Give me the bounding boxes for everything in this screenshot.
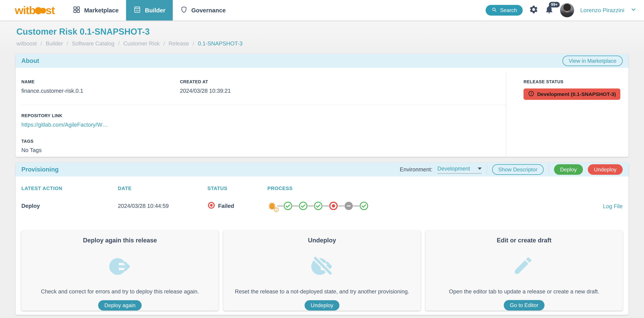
created-at-field: CREATED AT 2024/03/28 10:39:21: [180, 79, 506, 94]
provisioning-header: Provisioning Environment: Development Sh…: [16, 163, 628, 177]
col-header-latest-action: LATEST ACTION: [21, 186, 118, 191]
go-to-editor-button[interactable]: Go to Editor: [504, 300, 544, 310]
gear-icon: [529, 5, 538, 16]
witboost-logo[interactable]: witbst: [0, 0, 65, 21]
tab-governance[interactable]: Governance: [173, 0, 233, 21]
col-header-process: PROCESS: [267, 186, 594, 191]
breadcrumb-separator: /: [40, 40, 42, 47]
tab-builder[interactable]: </> Builder: [126, 0, 173, 21]
breadcrumb-item[interactable]: witboost: [16, 40, 37, 47]
undeploy-card: Undeploy Reset the release to a not-depl…: [223, 231, 420, 310]
environment-value: Development: [438, 166, 470, 172]
name-value: finance.customer-risk.0.1: [21, 88, 180, 94]
check-circle-icon: [284, 201, 292, 210]
edit-draft-card: Edit or create draft Open the editor tab…: [426, 231, 623, 310]
process-connector: [308, 205, 314, 207]
undeploy-button[interactable]: Undeploy: [588, 164, 623, 175]
deploy-arrow-slash-icon: [309, 254, 335, 279]
repository-link-field: REPOSITORY LINK https://gitlab.com/Agile…: [21, 105, 506, 128]
chevron-down-icon[interactable]: [630, 7, 636, 14]
breadcrumb-separator: /: [192, 40, 194, 47]
svg-text:</>: </>: [136, 9, 139, 12]
card-description: Open the editor tab to update a release …: [440, 288, 608, 295]
process-steps: !: [267, 201, 594, 211]
tab-marketplace[interactable]: Marketplace: [65, 0, 126, 21]
pencil-icon: [512, 254, 536, 279]
check-circle-icon: [314, 201, 323, 210]
card-description: Reset the release to a not-deployed stat…: [226, 288, 418, 295]
card-title: Deploy again this release: [83, 237, 157, 244]
about-section: About View in Marketplace NAME finance.c…: [16, 54, 628, 157]
process-connector: [292, 205, 298, 207]
undeploy-card-button[interactable]: Undeploy: [304, 300, 340, 310]
action-cell: Deploy: [21, 203, 118, 209]
skipped-step-icon: [344, 201, 353, 210]
breadcrumb-item[interactable]: Customer Risk: [123, 40, 160, 47]
tab-label: Governance: [191, 7, 226, 14]
notifications-button[interactable]: 99+: [544, 5, 554, 16]
release-status-column: RELEASE STATUS Development (0.1-SNAPSHOT…: [506, 73, 622, 157]
about-title: About: [21, 57, 39, 64]
notification-badge: 99+: [549, 2, 560, 8]
divider: [548, 165, 549, 175]
provisioning-table: LATEST ACTION DATE STATUS PROCESS Deploy…: [16, 186, 628, 214]
avatar[interactable]: [560, 3, 574, 17]
page-title: Customer Risk 0.1-SNAPSHOT-3: [16, 26, 628, 38]
breadcrumb-item[interactable]: Release: [168, 40, 189, 47]
check-circle-icon: [299, 201, 308, 210]
process-connector: [353, 205, 359, 207]
deploy-button[interactable]: Deploy: [554, 164, 583, 175]
user-menu[interactable]: Lorenzo Pirazzini: [580, 7, 624, 14]
logo-text: witb: [15, 4, 35, 17]
release-status-badge: Development (0.1-SNAPSHOT-3): [524, 88, 620, 100]
breadcrumb: witboost/Builder/Software Catalog/Custom…: [16, 40, 628, 47]
bug-warning-icon: !: [267, 201, 277, 211]
show-descriptor-button[interactable]: Show Descriptor: [492, 164, 544, 175]
breadcrumb-separator: /: [67, 40, 68, 47]
about-body: NAME finance.customer-risk.0.1 CREATED A…: [16, 68, 628, 157]
navbar: witbst Marketplace </> Builder Governanc…: [0, 0, 644, 21]
tab-label: Builder: [145, 7, 165, 14]
search-icon: [492, 7, 497, 14]
breadcrumb-item: 0.1-SNAPSHOT-3: [198, 40, 242, 47]
card-description: Check and correct for errors and try to …: [33, 288, 207, 295]
breadcrumb-item[interactable]: Software Catalog: [72, 40, 114, 47]
main-nav: Marketplace </> Builder Governance: [65, 0, 233, 21]
date-cell: 2024/03/28 10:44:59: [118, 203, 208, 209]
environment-select[interactable]: Development: [438, 166, 482, 174]
deploy-again-button[interactable]: Deploy again: [98, 300, 142, 310]
caret-down-icon: [478, 168, 482, 170]
process-connector: [277, 205, 283, 207]
page-header: Customer Risk 0.1-SNAPSHOT-3 witboost/Bu…: [0, 21, 644, 54]
created-at-value: 2024/03/28 10:39:21: [180, 88, 506, 94]
deploy-again-card: Deploy again this release Check and corr…: [21, 231, 218, 310]
release-status-text: Development (0.1-SNAPSHOT-3): [537, 91, 616, 97]
shield-icon: [180, 6, 188, 15]
search-button[interactable]: Search: [486, 5, 523, 16]
logo-oo-glyph: [35, 7, 46, 14]
breadcrumb-separator: /: [118, 40, 120, 47]
status-text: Failed: [218, 203, 234, 209]
view-in-marketplace-button[interactable]: View in Marketplace: [562, 56, 623, 66]
table-row: Deploy 2024/03/28 10:44:59 Failed ! Log …: [21, 198, 623, 214]
settings-button[interactable]: [529, 5, 538, 16]
repository-link-label: REPOSITORY LINK: [21, 113, 506, 118]
breadcrumb-item[interactable]: Builder: [46, 40, 63, 47]
tags-field: TAGS No Tags: [21, 128, 506, 153]
card-title: Edit or create draft: [496, 237, 552, 244]
error-circle-icon: [528, 91, 534, 98]
col-header-status: STATUS: [208, 186, 267, 191]
release-status-label: RELEASE STATUS: [524, 79, 622, 84]
repository-link[interactable]: https://gitlab.com/AgileFactory/W…: [21, 121, 108, 128]
process-connector: [338, 205, 344, 207]
created-at-label: CREATED AT: [180, 79, 506, 84]
deploy-arrow-icon: [107, 254, 133, 279]
divider: [487, 165, 487, 175]
tags-label: TAGS: [21, 139, 506, 144]
tags-value: No Tags: [21, 147, 506, 153]
status-cell: Failed: [208, 201, 267, 211]
code-window-icon: </>: [133, 6, 141, 15]
action-cards: Deploy again this release Check and corr…: [21, 231, 623, 310]
check-circle-icon: [360, 201, 368, 210]
log-file-link[interactable]: Log File: [603, 203, 623, 209]
